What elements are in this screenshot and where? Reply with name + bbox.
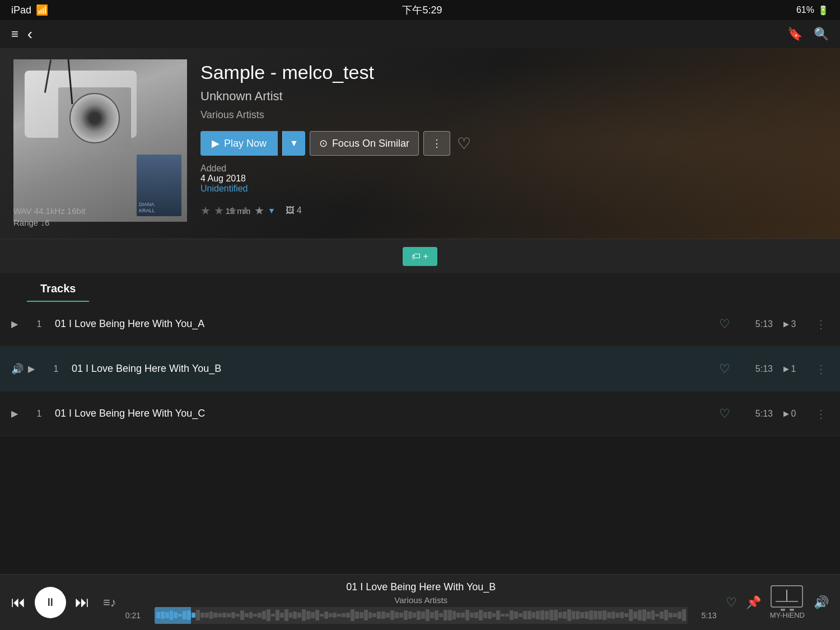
- waveform[interactable]: [155, 607, 688, 624]
- photo-icon: 🖼: [286, 206, 295, 216]
- previous-button[interactable]: ⏮: [11, 594, 26, 611]
- track-plays-2: ▶1: [773, 364, 806, 374]
- photo-number: 4: [297, 206, 302, 216]
- track-play-button-3[interactable]: ▶: [11, 408, 28, 419]
- star-5[interactable]: ★: [254, 204, 264, 217]
- artist-name: Unknown Artist: [200, 89, 827, 104]
- now-playing-track-name: 01 I Love Being Here With You_B: [346, 581, 496, 593]
- back-button[interactable]: ‹: [27, 25, 32, 43]
- track-row[interactable]: ▶ 1 01 I Love Being Here With You_A ♡ 5:…: [0, 302, 840, 347]
- more-options-button[interactable]: ⋮: [423, 131, 450, 156]
- pause-button[interactable]: ⏸: [35, 587, 66, 618]
- bookmark-icon[interactable]: 🔖: [787, 27, 802, 41]
- tracks-header: Tracks: [27, 273, 89, 302]
- unidentified-link[interactable]: Unidentified: [200, 184, 827, 194]
- now-playing-info: 01 I Love Being Here With You_B Various …: [125, 581, 717, 624]
- track-more-1[interactable]: ⋮: [813, 315, 829, 333]
- format-label: WAV 44.1kHz 16bit: [13, 206, 85, 216]
- added-date: 4 Aug 2018: [200, 174, 827, 184]
- track-heart-2[interactable]: ♡: [719, 362, 730, 376]
- focus-icon: ⊙: [319, 137, 328, 150]
- track-name-1: 01 I Love Being Here With You_A: [50, 318, 719, 330]
- track-more-2[interactable]: ⋮: [813, 360, 829, 378]
- track-play-button-2[interactable]: ▶: [28, 363, 45, 374]
- tags-bar: 🏷 +: [0, 239, 840, 273]
- track-num-3: 1: [28, 409, 50, 419]
- add-tag-button[interactable]: 🏷 +: [403, 247, 437, 266]
- track-more-3[interactable]: ⋮: [813, 405, 829, 423]
- tracks-label: Tracks: [40, 282, 76, 301]
- track-num-1: 1: [28, 319, 50, 329]
- device-selector[interactable]: MY-HiEND: [770, 585, 805, 619]
- track-play-button-1[interactable]: ▶: [11, 319, 28, 329]
- track-heart-3[interactable]: ♡: [719, 407, 730, 421]
- device-icon: [771, 585, 804, 611]
- stars-row: ★ ★ ★ ★ ★ ▼ 🖼 4: [200, 204, 827, 217]
- track-name-3: 01 I Love Being Here With You_C: [50, 408, 719, 419]
- hero-section: DIANAKRALL Sample - melco_test Unknown A…: [0, 48, 840, 239]
- play-now-dropdown-button[interactable]: ▼: [282, 131, 305, 156]
- now-playing-artist: Various Artists: [394, 595, 447, 605]
- play-count-icon-3: ▶: [783, 409, 789, 418]
- play-now-button[interactable]: ▶ Play Now: [200, 131, 278, 156]
- track-duration-1: 5:13: [739, 319, 773, 329]
- total-time: 5:13: [694, 611, 717, 620]
- status-bar: iPad 📶 下午5:29 61% 🔋: [0, 0, 840, 20]
- added-label: Added: [200, 164, 827, 174]
- track-list: ▶ 1 01 I Love Being Here With You_A ♡ 5:…: [0, 302, 840, 436]
- waveform-bars: [155, 607, 688, 624]
- star-2[interactable]: ★: [214, 204, 224, 217]
- photo-count[interactable]: 🖼 4: [286, 206, 302, 216]
- album-title: Sample - melco_test: [200, 62, 827, 83]
- action-buttons: ▶ Play Now ▼ ⊙ Focus On Similar ⋮ ♡: [200, 131, 827, 156]
- track-row[interactable]: ▶ 1 01 I Love Being Here With You_C ♡ 5:…: [0, 391, 840, 436]
- focus-on-similar-button[interactable]: ⊙ Focus On Similar: [310, 131, 419, 156]
- now-playing-bar: ⏮ ⏸ ⏭ ≡♪ 01 I Love Being Here With You_B…: [0, 574, 840, 630]
- status-right: 61% 🔋: [796, 5, 829, 16]
- range-label: Range: [13, 218, 38, 227]
- star-1[interactable]: ★: [200, 204, 211, 217]
- volume-icon[interactable]: 🔊: [814, 595, 829, 610]
- now-playing-heart[interactable]: ♡: [726, 595, 737, 610]
- album-art: DIANAKRALL: [13, 59, 187, 222]
- menu-icon[interactable]: ≡: [11, 27, 18, 41]
- star-3[interactable]: ★: [227, 204, 237, 217]
- status-left: iPad 📶: [11, 4, 48, 16]
- current-time: 0:21: [125, 611, 148, 620]
- play-count-icon-2: ▶: [783, 365, 789, 373]
- ellipsis-icon: ⋮: [432, 138, 442, 149]
- search-icon[interactable]: 🔍: [814, 27, 829, 41]
- track-duration-2: 5:13: [739, 364, 773, 374]
- range-value: ↓6: [40, 218, 49, 227]
- now-playing-pin[interactable]: 📌: [746, 595, 761, 610]
- next-button[interactable]: ⏭: [75, 594, 90, 611]
- track-num-2: 1: [45, 364, 67, 374]
- battery-icon: 🔋: [818, 5, 829, 16]
- now-playing-right: ♡ 📌 MY-HiEND 🔊: [726, 585, 829, 619]
- playback-controls: ⏮ ⏸ ⏭ ≡♪: [11, 587, 116, 618]
- track-heart-1[interactable]: ♡: [719, 317, 730, 332]
- track-name-2: 01 I Love Being Here With You_B: [67, 363, 719, 375]
- queue-icon: ≡♪: [103, 595, 116, 609]
- top-bar: ≡ ‹ 🔖 🔍: [0, 20, 840, 48]
- queue-button[interactable]: ≡♪: [103, 595, 116, 610]
- ipad-label: iPad: [11, 4, 31, 16]
- favorite-button[interactable]: ♡: [455, 132, 473, 155]
- artist-sub: Various Artists: [200, 109, 827, 121]
- track-plays-1: ▶3: [773, 319, 806, 329]
- meta-section: Added 4 Aug 2018 Unidentified: [200, 164, 827, 194]
- battery-label: 61%: [796, 5, 814, 15]
- wifi-icon: 📶: [36, 4, 48, 16]
- track-row[interactable]: 🔊 ▶ 1 01 I Love Being Here With You_B ♡ …: [0, 347, 840, 391]
- track-plays-3: ▶0: [773, 409, 806, 419]
- tracks-section: Tracks ▶ 1 01 I Love Being Here With You…: [0, 273, 840, 436]
- progress-row: 0:21 5:13: [125, 607, 717, 624]
- status-time: 下午5:29: [402, 3, 442, 17]
- play-count-icon-1: ▶: [783, 320, 789, 328]
- chevron-down-icon: ▼: [290, 138, 298, 148]
- track-duration-3: 5:13: [739, 409, 773, 419]
- star-4[interactable]: ★: [241, 204, 251, 217]
- now-playing-icon: 🔊: [11, 363, 28, 375]
- star-dropdown[interactable]: ▼: [268, 206, 276, 215]
- device-label: MY-HiEND: [770, 611, 805, 619]
